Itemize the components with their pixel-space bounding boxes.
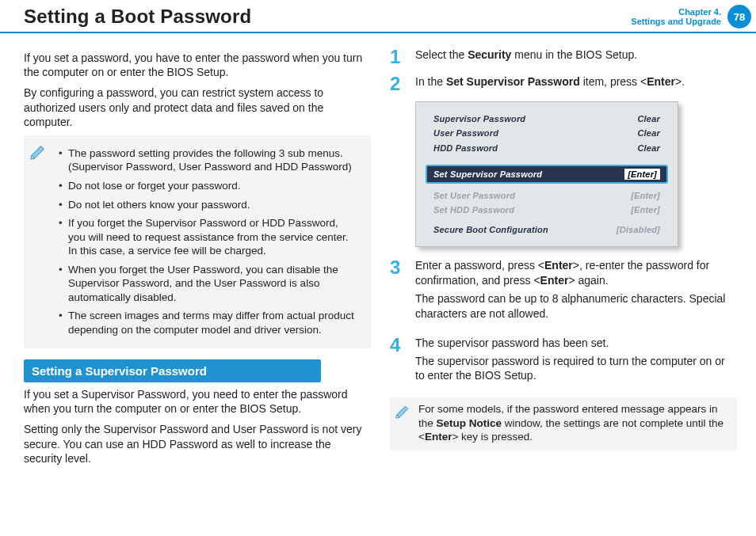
right-column: 1 Select the Security menu in the BIOS S… xyxy=(390,48,737,472)
bios-value: [Disabled] xyxy=(617,224,660,235)
page-title: Setting a Boot Password xyxy=(24,6,251,28)
step-1-body: Select the Security menu in the BIOS Set… xyxy=(415,48,737,67)
bios-panel: Supervisor PasswordClear User PasswordCl… xyxy=(415,101,678,247)
note-item: When you forget the User Password, you c… xyxy=(59,263,355,305)
left-column: If you set a password, you have to enter… xyxy=(24,48,371,472)
bios-label: Set Supervisor Password xyxy=(433,169,542,180)
bios-row: Set HDD Password[Enter] xyxy=(416,203,678,217)
step-1-bold: Security xyxy=(468,48,511,61)
footnote-post: > key is pressed. xyxy=(452,431,533,443)
bios-value: [Enter] xyxy=(631,190,660,201)
step-1-text-pre: Select the xyxy=(415,48,468,61)
bios-value: [Enter] xyxy=(631,204,660,215)
step-1: 1 Select the Security menu in the BIOS S… xyxy=(390,48,737,67)
footnote-bold: Setup Notice xyxy=(437,417,502,429)
note-box: The password setting provides the follow… xyxy=(24,135,371,348)
supervisor-para-2: Setting only the Supervisor Password and… xyxy=(24,422,371,466)
step-2-bold: Set Supervisor Password xyxy=(446,75,580,88)
step-2-text-post: >. xyxy=(675,75,685,88)
bios-label: Secure Boot Configuration xyxy=(433,224,548,235)
note-item: The screen images and terms may differ f… xyxy=(59,309,355,336)
step-4: 4 The supervisor password has been set. … xyxy=(390,336,737,390)
bios-row: Supervisor PasswordClear xyxy=(416,112,678,126)
footnote-enter: Enter xyxy=(425,431,452,443)
note-item: If you forget the Supervisor Password or… xyxy=(59,216,355,258)
bios-row: User PasswordClear xyxy=(416,126,678,140)
step-number-3: 3 xyxy=(390,258,406,328)
bios-label: HDD Password xyxy=(433,143,498,154)
note-icon xyxy=(393,401,412,420)
bios-row: Secure Boot Configuration[Disabled] xyxy=(416,222,678,237)
page-header: Setting a Boot Password Chapter 4. Setti… xyxy=(0,0,756,33)
step-3-text-pre: Enter a password, press < xyxy=(415,259,544,272)
section-heading-supervisor: Setting a Supervisor Password xyxy=(24,359,321,383)
step-3-enter-1: Enter xyxy=(544,259,573,272)
bios-label: User Password xyxy=(433,127,498,139)
bios-row: HDD PasswordClear xyxy=(416,141,678,155)
intro-paragraph-1: If you set a password, you have to enter… xyxy=(24,51,371,79)
step-3-body: Enter a password, press <Enter>, re-ente… xyxy=(415,258,737,328)
chapter-line2: Settings and Upgrade xyxy=(631,17,721,26)
step-3: 3 Enter a password, press <Enter>, re-en… xyxy=(390,258,737,328)
step-number-4: 4 xyxy=(390,336,406,390)
bios-value: Clear xyxy=(637,113,660,124)
bios-row-highlight: Set Supervisor Password[Enter] xyxy=(426,165,668,184)
page-number-badge: 78 xyxy=(727,5,751,29)
supervisor-para-1: If you set a Supervisor Password, you ne… xyxy=(24,387,371,416)
step-3-note: The password can be up to 8 alphanumeric… xyxy=(415,291,737,321)
step-2-body: In the Set Supervisor Password item, pre… xyxy=(415,74,737,93)
step-4-line-2: The supervisor password is required to t… xyxy=(415,354,737,384)
step-number-2: 2 xyxy=(390,74,406,93)
bios-value: Clear xyxy=(637,127,660,139)
note-item: The password setting provides the follow… xyxy=(59,146,355,174)
step-2-text-pre: In the xyxy=(415,75,446,88)
step-2: 2 In the Set Supervisor Password item, p… xyxy=(390,74,737,93)
intro-paragraph-2: By configuring a password, you can restr… xyxy=(24,86,371,129)
note-item: Do not lose or forget your password. xyxy=(59,179,355,193)
bios-label: Supervisor Password xyxy=(433,113,525,124)
bios-row: Set User Password[Enter] xyxy=(416,188,678,203)
step-number-1: 1 xyxy=(390,48,406,67)
footnote-box: For some models, if the password entered… xyxy=(390,397,737,450)
bios-label: Set HDD Password xyxy=(433,204,514,215)
step-4-line-1: The supervisor password has been set. xyxy=(415,336,737,351)
bios-value: [Enter] xyxy=(624,169,660,180)
chapter-block: Chapter 4. Settings and Upgrade 78 xyxy=(631,5,756,29)
step-2-text-mid: item, press < xyxy=(580,75,647,88)
bios-label: Set User Password xyxy=(433,190,515,201)
note-icon xyxy=(29,142,48,161)
bios-value: Clear xyxy=(637,143,660,154)
step-3-text-post: > again. xyxy=(568,274,608,287)
step-1-text-post: menu in the BIOS Setup. xyxy=(511,48,637,61)
chapter-line1: Chapter 4. xyxy=(631,7,721,17)
step-4-body: The supervisor password has been set. Th… xyxy=(415,336,737,390)
note-item: Do not let others know your password. xyxy=(59,198,355,212)
step-2-enter: Enter xyxy=(647,75,675,88)
step-3-enter-2: Enter xyxy=(540,274,569,287)
